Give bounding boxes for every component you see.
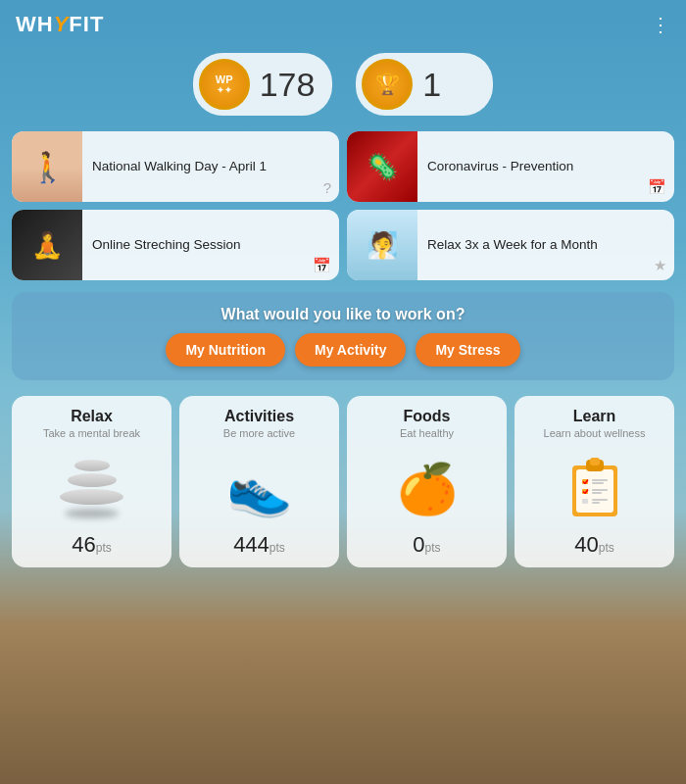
card-walking-title: National Walking Day - April 1 bbox=[82, 150, 339, 183]
svg-rect-7 bbox=[592, 479, 608, 481]
tile-activities-image: 👟 bbox=[226, 449, 292, 528]
card-relax-title: Relax 3x a Week for a Month bbox=[417, 228, 674, 262]
activity-cards-section: 🚶 National Walking Day - April 1 ? 🦠 Cor… bbox=[0, 127, 686, 284]
tile-relax-pts: 46pts bbox=[72, 532, 112, 558]
card-walking-icon: ? bbox=[323, 179, 331, 196]
trophy-stat-pill: 🏆 1 bbox=[356, 53, 493, 116]
tile-activities-title: Activities bbox=[224, 408, 294, 425]
tile-foods-image: 🍊 bbox=[397, 449, 458, 528]
tile-foods[interactable]: Foods Eat healthy 🍊 0pts bbox=[347, 396, 507, 567]
svg-rect-3 bbox=[590, 458, 600, 466]
tile-relax-image bbox=[60, 449, 123, 528]
my-activity-button[interactable]: My Activity bbox=[295, 333, 406, 367]
tile-learn-pts: 40pts bbox=[574, 532, 614, 558]
cta-section: What would you like to work on? My Nutri… bbox=[12, 292, 674, 380]
tile-relax-title: Relax bbox=[71, 408, 113, 425]
tile-learn-image bbox=[568, 449, 621, 528]
svg-rect-15 bbox=[592, 499, 608, 501]
svg-rect-8 bbox=[592, 482, 604, 484]
tile-activities-pts: 444pts bbox=[233, 532, 285, 558]
menu-button[interactable]: ⋮ bbox=[651, 13, 670, 36]
app-header: WHYFIT ⋮ bbox=[0, 0, 686, 45]
card-stretch-image: 🧘 bbox=[12, 210, 82, 280]
tile-relax[interactable]: Relax Take a mental break 46pts bbox=[12, 396, 172, 567]
tile-foods-title: Foods bbox=[404, 408, 451, 425]
tile-foods-pts: 0pts bbox=[413, 532, 440, 558]
card-corona-title: Coronavirus - Prevention bbox=[417, 150, 674, 183]
tile-relax-subtitle: Take a mental break bbox=[43, 427, 140, 439]
card-walking-image: 🚶 bbox=[12, 131, 82, 202]
tile-learn[interactable]: Learn Learn about wellness bbox=[514, 396, 674, 567]
stats-row: WP ✦✦ 178 🏆 1 bbox=[0, 45, 686, 127]
wp-value: 178 bbox=[260, 66, 316, 104]
card-corona-image: 🦠 bbox=[347, 131, 417, 202]
svg-rect-13 bbox=[592, 492, 602, 494]
card-relax[interactable]: 🧖 Relax 3x a Week for a Month ★ bbox=[347, 210, 674, 280]
trophy-value: 1 bbox=[422, 66, 441, 104]
wp-badge: WP ✦✦ bbox=[199, 59, 250, 110]
tile-learn-subtitle: Learn about wellness bbox=[544, 427, 646, 439]
wp-stat-pill: WP ✦✦ 178 bbox=[193, 53, 333, 116]
card-stretch-title: Online Streching Session bbox=[82, 228, 339, 262]
trophy-badge: 🏆 bbox=[362, 59, 413, 110]
card-stretch[interactable]: 🧘 Online Streching Session 📅 bbox=[12, 210, 339, 280]
svg-rect-16 bbox=[592, 502, 600, 504]
cta-buttons: My Nutrition My Activity My Stress bbox=[27, 333, 659, 367]
card-stretch-icon: 📅 bbox=[313, 257, 331, 274]
card-corona-icon: 📅 bbox=[648, 178, 666, 196]
svg-rect-12 bbox=[592, 489, 608, 491]
cta-title: What would you like to work on? bbox=[27, 306, 659, 323]
tiles-section: Relax Take a mental break 46pts Activiti… bbox=[0, 388, 686, 579]
tile-activities-subtitle: Be more active bbox=[223, 427, 295, 439]
tile-foods-subtitle: Eat healthy bbox=[400, 427, 454, 439]
my-nutrition-button[interactable]: My Nutrition bbox=[166, 333, 285, 367]
app-logo: WHYFIT bbox=[16, 12, 104, 37]
card-relax-image: 🧖 bbox=[347, 210, 417, 280]
card-walking[interactable]: 🚶 National Walking Day - April 1 ? bbox=[12, 131, 339, 202]
card-corona[interactable]: 🦠 Coronavirus - Prevention 📅 bbox=[347, 131, 674, 202]
tile-activities[interactable]: Activities Be more active 👟 444pts bbox=[179, 396, 339, 567]
svg-rect-14 bbox=[582, 499, 588, 504]
tile-learn-title: Learn bbox=[573, 408, 616, 425]
my-stress-button[interactable]: My Stress bbox=[416, 333, 519, 367]
card-relax-icon: ★ bbox=[654, 257, 666, 274]
